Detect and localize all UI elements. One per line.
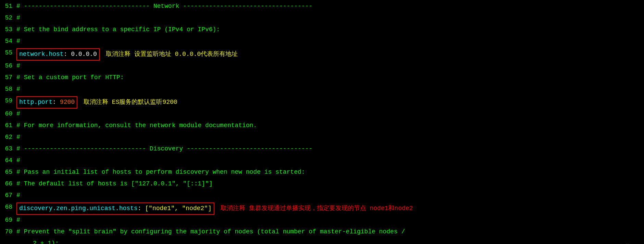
http-port-annotation: 取消注释 ES服务的默认监听9200: [84, 98, 177, 107]
line-59: 59 http.port: 9200 取消注释 ES服务的默认监听9200: [0, 96, 644, 109]
line-content-53: # Set the bind address to a specific IP …: [16, 25, 644, 35]
line-70: 70 # Prevent the "split brain" by config…: [0, 227, 644, 239]
line-65: 65 # Pass an initial list of hosts to pe…: [0, 167, 644, 179]
http-port-key: http.port: [19, 98, 52, 107]
line-number-55: 55: [0, 48, 16, 58]
line-content-57: # Set a custom port for HTTP:: [16, 73, 644, 83]
line-content-62: #: [16, 133, 644, 142]
line-number-51: 51: [0, 2, 16, 11]
line-content-61: # For more information, consult the netw…: [16, 121, 644, 131]
line-content-66: # The default list of hosts is ["127.0.0…: [16, 179, 644, 189]
line-number-64: 64: [0, 156, 16, 166]
line-content-70-cont: 2 + 1):: [33, 239, 644, 244]
line-57: 57 # Set a custom port for HTTP:: [0, 73, 644, 84]
line-content-68: discovery.zen.ping.unicast.hosts: ["node…: [16, 203, 644, 215]
http-port-box: http.port: 9200: [16, 96, 77, 109]
discovery-value: ["node1", "node2"]: [145, 204, 211, 214]
line-number-70: 70: [0, 227, 16, 237]
line-number-68: 68: [0, 203, 16, 212]
line-64: 64 #: [0, 156, 644, 167]
line-61: 61 # For more information, consult the n…: [0, 121, 644, 132]
line-number-52: 52: [0, 13, 16, 23]
line-content-63: # --------------------------------- Disc…: [16, 144, 644, 154]
line-number-57: 57: [0, 73, 16, 83]
line-content-59: http.port: 9200 取消注释 ES服务的默认监听9200: [16, 96, 644, 109]
line-number-54: 54: [0, 37, 16, 46]
line-content-70: # Prevent the "split brain" by configuri…: [16, 227, 644, 237]
line-content-58: #: [16, 85, 644, 94]
line-number-61: 61: [0, 121, 16, 131]
line-content-69: #: [16, 216, 644, 225]
network-host-key: network.host: [19, 50, 64, 59]
http-port-colon: :: [52, 98, 56, 107]
network-host-value: 0.0.0.0: [71, 50, 97, 59]
line-number-58: 58: [0, 85, 16, 94]
line-number-65: 65: [0, 168, 16, 177]
line-number-59: 59: [0, 96, 16, 106]
line-number-60: 60: [0, 109, 16, 119]
network-host-box: network.host: 0.0.0.0: [16, 48, 100, 61]
line-content-56: #: [16, 61, 644, 71]
line-number-67: 67: [0, 191, 16, 200]
discovery-colon: :: [138, 204, 141, 214]
line-52: 52 #: [0, 13, 644, 25]
network-host-colon: :: [64, 50, 67, 59]
line-51: 51 # ---------------------------------- …: [0, 1, 644, 13]
line-58: 58 #: [0, 84, 644, 96]
line-69: 69 #: [0, 215, 644, 227]
line-62: 62 #: [0, 132, 644, 144]
line-number-56: 56: [0, 61, 16, 71]
discovery-annotation: 取消注释 集群发现通过单播实现，指定要发现的节点 node1和node2: [221, 204, 413, 214]
line-55: 55 network.host: 0.0.0.0 取消注释 设置监听地址 0.0…: [0, 48, 644, 61]
line-number-53: 53: [0, 25, 16, 35]
line-68: 68 discovery.zen.ping.unicast.hosts: ["n…: [0, 202, 644, 215]
line-content-51: # ---------------------------------- Net…: [16, 2, 644, 11]
http-port-value: 9200: [60, 98, 75, 107]
line-content-67: #: [16, 191, 644, 200]
line-number-69: 69: [0, 216, 16, 225]
line-number-62: 62: [0, 133, 16, 142]
network-host-annotation: 取消注释 设置监听地址 0.0.0.0代表所有地址: [106, 50, 238, 59]
line-content-52: #: [16, 13, 644, 23]
line-63: 63 # --------------------------------- D…: [0, 144, 644, 156]
line-66: 66 # The default list of hosts is ["127.…: [0, 179, 644, 191]
line-53: 53 # Set the bind address to a specific …: [0, 25, 644, 36]
line-number-66: 66: [0, 179, 16, 189]
line-content-54: #: [16, 37, 644, 46]
line-content-55: network.host: 0.0.0.0 取消注释 设置监听地址 0.0.0.…: [16, 48, 644, 61]
line-56: 56 #: [0, 61, 644, 73]
line-number-63: 63: [0, 144, 16, 154]
line-content-60: #: [16, 109, 644, 119]
line-70-cont: 70 2 + 1):: [0, 239, 644, 244]
line-content-65: # Pass an initial list of hosts to perfo…: [16, 168, 644, 177]
discovery-key: discovery.zen.ping.unicast.hosts: [19, 204, 138, 214]
line-60: 60 #: [0, 109, 644, 121]
code-editor: 51 # ---------------------------------- …: [0, 0, 644, 244]
line-content-64: #: [16, 156, 644, 166]
discovery-box: discovery.zen.ping.unicast.hosts: ["node…: [16, 203, 214, 215]
line-67: 67 #: [0, 191, 644, 202]
line-54: 54 #: [0, 36, 644, 48]
